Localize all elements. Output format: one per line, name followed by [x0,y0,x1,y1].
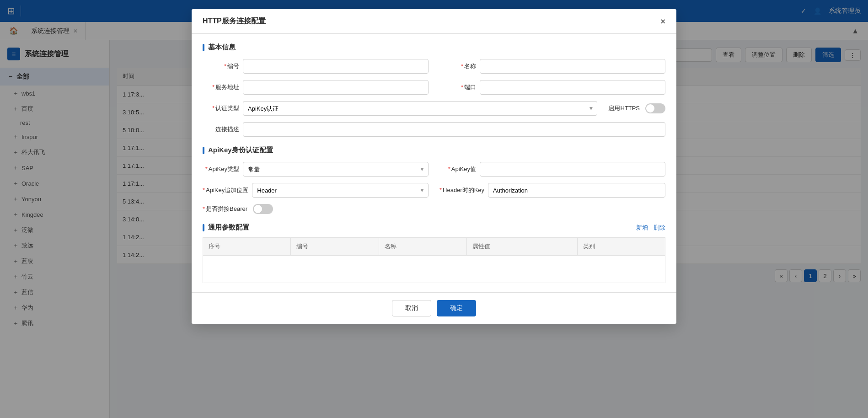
add-param-button[interactable]: 新增 [636,224,648,232]
apikey-value-input[interactable] [480,162,665,177]
form-field-apikey-value: *ApiKey值 [439,162,665,177]
address-input[interactable] [243,80,429,95]
basic-info-section-title: 基本信息 [203,43,665,52]
form-field-https: 启用HTTPS [608,103,665,113]
col-code: 编号 [291,238,379,256]
common-params-table: 序号 编号 名称 属性值 类别 [203,237,665,283]
del-param-button[interactable]: 删除 [654,224,665,232]
form-row-bearer: *是否拼接Bearer [203,204,665,214]
form-field-header-key: *Header时的Key [439,183,665,198]
apikey-type-select[interactable]: 常量 变量 [243,162,429,177]
name-input[interactable] [480,59,665,74]
form-row-code-name: *编号 *名称 [203,59,665,74]
col-attr: 属性值 [467,238,577,256]
auth-type-select-wrapper: ApiKey认证 Basic认证 OAuth2认证 无认证 ▼ [243,101,597,116]
confirm-button[interactable]: 确定 [437,300,476,316]
desc-label: 连接描述 [203,125,239,134]
common-params-section-title: 通用参数配置 [203,223,249,232]
name-label: *名称 [439,62,476,70]
form-field-address: *服务地址 [203,80,429,95]
form-row-address-port: *服务地址 *端口 [203,80,665,95]
form-field-auth-type: *认证类型 ApiKey认证 Basic认证 OAuth2认证 无认证 ▼ [203,101,597,116]
code-input[interactable] [243,59,429,74]
form-field-apikey-position: *ApiKey追加位置 Header Query ▼ [203,183,429,198]
common-params-header-row: 通用参数配置 新增 删除 [203,223,665,232]
form-field-name: *名称 [439,59,665,74]
header-key-label: *Header时的Key [439,186,484,194]
auth-type-select[interactable]: ApiKey认证 Basic认证 OAuth2认证 无认证 [243,101,597,116]
common-params-actions: 新增 删除 [636,224,665,232]
modal-footer: 取消 确定 [192,292,676,324]
form-row-auth-https: *认证类型 ApiKey认证 Basic认证 OAuth2认证 无认证 ▼ [203,101,665,116]
bearer-label: *是否拼接Bearer [203,205,247,213]
apikey-section-title: ApiKey身份认证配置 [203,146,665,155]
form-row-apikey-type-value: *ApiKey类型 常量 变量 ▼ *ApiKey值 [203,162,665,177]
apikey-type-label: *ApiKey类型 [203,165,239,173]
col-name: 名称 [379,238,466,256]
form-row-desc: 连接描述 [203,122,665,137]
empty-row [203,256,665,283]
modal-header: HTTP服务连接配置 × [192,9,676,34]
form-field-code: *编号 [203,59,429,74]
modal-http-config: HTTP服务连接配置 × 基本信息 *编号 *名称 [192,9,676,324]
modal-overlay: HTTP服务连接配置 × 基本信息 *编号 *名称 [0,0,868,418]
modal-title: HTTP服务连接配置 [203,16,266,26]
port-label: *端口 [439,83,476,91]
form-field-desc: 连接描述 [203,122,665,137]
address-label: *服务地址 [203,83,239,91]
form-field-apikey-type: *ApiKey类型 常量 变量 ▼ [203,162,429,177]
cancel-button[interactable]: 取消 [392,300,431,316]
apikey-position-label: *ApiKey追加位置 [203,186,248,194]
form-field-port: *端口 [439,80,665,95]
bearer-toggle[interactable] [253,204,273,214]
https-label: 启用HTTPS [608,104,640,113]
apikey-value-label: *ApiKey值 [439,165,476,173]
https-toggle[interactable] [645,103,665,113]
modal-close-button[interactable]: × [660,17,665,26]
apikey-position-select-wrapper: Header Query ▼ [252,183,429,198]
port-input[interactable] [480,80,665,95]
modal-body: 基本信息 *编号 *名称 [192,34,676,292]
col-seq: 序号 [203,238,291,256]
form-row-apikey-position-headerkey: *ApiKey追加位置 Header Query ▼ *Header时的Key [203,183,665,198]
form-field-bearer: *是否拼接Bearer [203,204,273,214]
apikey-position-select[interactable]: Header Query [252,183,429,198]
apikey-type-select-wrapper: 常量 变量 ▼ [243,162,429,177]
col-category: 类别 [577,238,665,256]
auth-type-label: *认证类型 [203,104,239,113]
header-key-input[interactable] [488,183,665,198]
desc-input[interactable] [243,122,665,137]
code-label: *编号 [203,62,239,70]
